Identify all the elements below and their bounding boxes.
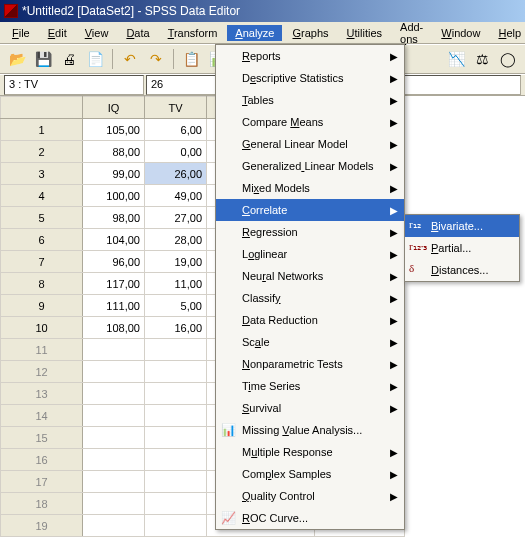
cell[interactable]: 26,00 [145,163,207,185]
menu-item-nonparametric-tests[interactable]: Nonparametric Tests▶ [216,353,404,375]
cell[interactable]: 99,00 [83,163,145,185]
row-header[interactable]: 5 [1,207,83,229]
menu-item-regression[interactable]: Regression▶ [216,221,404,243]
menu-item-correlate[interactable]: Correlate▶ [216,199,404,221]
undo-button[interactable]: ↶ [119,48,141,70]
menu-item-survival[interactable]: Survival▶ [216,397,404,419]
cell[interactable] [83,515,145,537]
menu-item-missing-value-analysis[interactable]: 📊Missing Value Analysis... [216,419,404,441]
menu-item-classify[interactable]: Classify▶ [216,287,404,309]
goto-case-button[interactable]: 📋 [180,48,202,70]
cell[interactable]: 6,00 [145,119,207,141]
cell[interactable]: 117,00 [83,273,145,295]
row-header[interactable]: 19 [1,515,83,537]
row-header[interactable]: 10 [1,317,83,339]
cell[interactable]: 19,00 [145,251,207,273]
row-header[interactable]: 13 [1,383,83,405]
cell[interactable]: 104,00 [83,229,145,251]
cell[interactable]: 16,00 [145,317,207,339]
menu-analyze[interactable]: Analyze [227,25,282,41]
menu-item-scale[interactable]: Scale▶ [216,331,404,353]
menu-item-data-reduction[interactable]: Data Reduction▶ [216,309,404,331]
grid-corner[interactable] [1,97,83,119]
cell[interactable] [83,383,145,405]
menu-edit[interactable]: Edit [40,25,75,41]
menu-data[interactable]: Data [118,25,157,41]
cell[interactable] [83,361,145,383]
menu-item-tables[interactable]: Tables▶ [216,89,404,111]
menu-view[interactable]: View [77,25,117,41]
cell[interactable]: 27,00 [145,207,207,229]
row-header[interactable]: 12 [1,361,83,383]
cell-reference[interactable]: 3 : TV [4,75,144,95]
print-button[interactable]: 🖨 [58,48,80,70]
menu-item-compare-means[interactable]: Compare Means▶ [216,111,404,133]
menu-graphs[interactable]: Graphs [284,25,336,41]
row-header[interactable]: 14 [1,405,83,427]
menu-item-time-series[interactable]: Time Series▶ [216,375,404,397]
menu-file[interactable]: File [4,25,38,41]
cell[interactable]: 96,00 [83,251,145,273]
cell[interactable]: 88,00 [83,141,145,163]
row-header[interactable]: 3 [1,163,83,185]
cell[interactable]: 5,00 [145,295,207,317]
open-button[interactable]: 📂 [6,48,28,70]
cell[interactable]: 49,00 [145,185,207,207]
select-cases-button[interactable]: ◯ [497,48,519,70]
cell[interactable]: 111,00 [83,295,145,317]
row-header[interactable]: 18 [1,493,83,515]
menu-item-general-linear-model[interactable]: General Linear Model▶ [216,133,404,155]
col-header-IQ[interactable]: IQ [83,97,145,119]
export-button[interactable]: 📄 [84,48,106,70]
submenu-item-distances[interactable]: δDistances... [405,259,519,281]
cell[interactable] [83,405,145,427]
cell[interactable]: 28,00 [145,229,207,251]
row-header[interactable]: 7 [1,251,83,273]
row-header[interactable]: 2 [1,141,83,163]
menu-item-descriptive-statistics[interactable]: Descriptive Statistics▶ [216,67,404,89]
row-header[interactable]: 8 [1,273,83,295]
cell[interactable]: 11,00 [145,273,207,295]
submenu-item-bivariate[interactable]: r₁₂Bivariate... [405,215,519,237]
row-header[interactable]: 1 [1,119,83,141]
cell[interactable] [83,339,145,361]
menu-item-neural-networks[interactable]: Neural Networks▶ [216,265,404,287]
cell[interactable] [145,493,207,515]
cell[interactable] [145,449,207,471]
chart-button[interactable]: 📉 [445,48,467,70]
row-header[interactable]: 17 [1,471,83,493]
cell[interactable] [83,493,145,515]
redo-button[interactable]: ↷ [145,48,167,70]
cell[interactable]: 0,00 [145,141,207,163]
row-header[interactable]: 4 [1,185,83,207]
cell[interactable]: 105,00 [83,119,145,141]
menu-item-mixed-models[interactable]: Mixed Models▶ [216,177,404,199]
cell[interactable] [145,405,207,427]
weight-button[interactable]: ⚖ [471,48,493,70]
menu-item-roc-curve[interactable]: 📈ROC Curve... [216,507,404,529]
cell[interactable] [83,427,145,449]
cell[interactable] [145,339,207,361]
row-header[interactable]: 15 [1,427,83,449]
menu-add-ons[interactable]: Add-ons [392,19,431,47]
cell[interactable] [145,427,207,449]
menu-item-loglinear[interactable]: Loglinear▶ [216,243,404,265]
cell[interactable] [145,471,207,493]
menu-window[interactable]: Window [433,25,488,41]
save-button[interactable]: 💾 [32,48,54,70]
cell[interactable] [83,449,145,471]
menu-item-quality-control[interactable]: Quality Control▶ [216,485,404,507]
menu-utilities[interactable]: Utilities [339,25,390,41]
cell[interactable] [145,383,207,405]
cell[interactable] [83,471,145,493]
cell[interactable] [145,515,207,537]
menu-item-generalized-linear-models[interactable]: Generalized Linear Models▶ [216,155,404,177]
cell[interactable]: 100,00 [83,185,145,207]
menu-item-reports[interactable]: Reports▶ [216,45,404,67]
submenu-item-partial[interactable]: r₁₂·₃Partial... [405,237,519,259]
cell[interactable]: 108,00 [83,317,145,339]
row-header[interactable]: 9 [1,295,83,317]
row-header[interactable]: 6 [1,229,83,251]
cell[interactable]: 98,00 [83,207,145,229]
menu-transform[interactable]: Transform [160,25,226,41]
